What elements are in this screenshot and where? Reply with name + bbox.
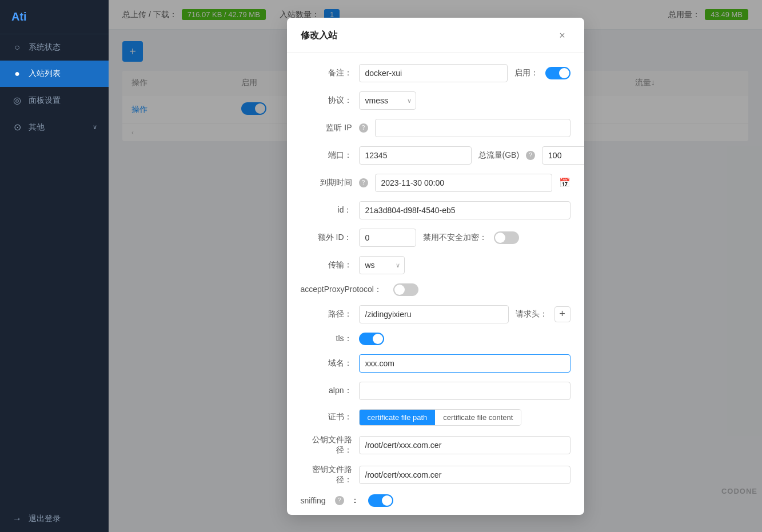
dialog-body: 备注： 启用： 协议： vmess vless trojan	[287, 53, 584, 515]
id-row: id：	[301, 201, 570, 219]
calendar-icon[interactable]: 📅	[559, 177, 570, 188]
modify-inbound-dialog: 修改入站 × 备注： 启用： 协议： vmess v	[287, 18, 584, 515]
privkey-row: 密钥文件路径：	[301, 465, 570, 485]
modal-overlay: 修改入站 × 备注： 启用： 协议： vmess v	[109, 0, 762, 532]
path-label: 路径：	[301, 309, 352, 319]
inbound-list-icon: ●	[11, 69, 23, 79]
chevron-down-icon: ∨	[93, 123, 97, 131]
accept-proxy-label: acceptProxyProtocol：	[301, 285, 382, 295]
remark-input[interactable]	[359, 64, 508, 82]
sidebar-item-logout[interactable]: → 退出登录	[0, 506, 109, 532]
total-traffic-help-icon[interactable]: ?	[526, 151, 535, 160]
sidebar-item-label: 退出登录	[29, 514, 61, 524]
alpn-input[interactable]	[359, 382, 570, 400]
protocol-row: 协议： vmess vless trojan	[301, 91, 570, 110]
remark-row: 备注： 启用：	[301, 64, 570, 82]
sidebar-item-panel-settings[interactable]: ◎ 面板设置	[0, 87, 109, 114]
sniffing-row: sniffing ? ：	[301, 494, 570, 507]
disable-insecure-toggle[interactable]	[494, 231, 519, 244]
pubkey-row: 公钥文件路径：	[301, 435, 570, 455]
port-traffic-row: 端口： 总流量(GB) ?	[301, 146, 570, 165]
disable-insecure-label: 禁用不安全加密：	[423, 233, 487, 243]
domain-row: 域名：	[301, 354, 570, 373]
cert-tab-path[interactable]: certificate file path	[360, 410, 436, 425]
privkey-input[interactable]	[359, 466, 570, 484]
listen-ip-label: 监听 IP	[301, 123, 352, 133]
expire-input[interactable]	[375, 174, 552, 192]
sidebar: Ati ○ 系统状态 ● 入站列表 ◎ 面板设置 ⊙ 其他 ∨ → 退出登录	[0, 0, 109, 532]
accept-proxy-toggle[interactable]	[393, 283, 418, 296]
listen-ip-input[interactable]	[375, 119, 570, 137]
path-row: 路径： 请求头： +	[301, 305, 570, 323]
expire-row: 到期时间 ? 📅	[301, 174, 570, 192]
cert-tab-content[interactable]: certificate file content	[435, 410, 521, 425]
transport-row: 传输： ws tcp kcp	[301, 256, 570, 274]
protocol-label: 协议：	[301, 95, 352, 106]
tls-toggle[interactable]	[359, 333, 384, 345]
total-traffic-label: 总流量(GB)	[478, 150, 520, 161]
extra-id-input[interactable]	[359, 229, 416, 247]
protocol-select-wrapper: vmess vless trojan	[359, 91, 416, 110]
enable-toggle[interactable]	[545, 67, 570, 79]
cert-tabs: certificate file path certificate file c…	[359, 409, 522, 426]
accept-proxy-row: acceptProxyProtocol：	[301, 283, 570, 296]
total-traffic-input[interactable]	[542, 146, 584, 165]
watermark: CODONE	[717, 485, 762, 498]
listen-ip-row: 监听 IP ?	[301, 119, 570, 137]
path-input[interactable]	[359, 305, 509, 323]
dialog-close-button[interactable]: ×	[554, 28, 570, 44]
sniffing-label: sniffing	[301, 496, 326, 505]
cert-label: 证书：	[301, 412, 352, 422]
system-status-icon: ○	[11, 42, 23, 53]
pubkey-label: 公钥文件路径：	[301, 435, 352, 455]
enable-label: 启用：	[514, 68, 538, 78]
domain-label: 域名：	[301, 358, 352, 369]
main-content: 总上传 / 下载： 716.07 KB / 42.79 MB 入站数量： 1 总…	[109, 0, 762, 532]
sniffing-help-icon[interactable]: ?	[335, 496, 344, 505]
logout-icon: →	[11, 514, 23, 524]
port-input[interactable]	[359, 146, 472, 165]
sidebar-item-system-status[interactable]: ○ 系统状态	[0, 34, 109, 61]
sidebar-item-label: 其他	[29, 122, 45, 133]
dialog-header: 修改入站 ×	[287, 18, 584, 53]
expire-label: 到期时间	[301, 178, 352, 188]
panel-settings-icon: ◎	[11, 95, 23, 106]
privkey-label: 密钥文件路径：	[301, 465, 352, 485]
cert-row: 证书： certificate file path certificate fi…	[301, 409, 570, 426]
domain-input[interactable]	[359, 354, 570, 373]
alpn-label: alpn：	[301, 386, 352, 396]
transport-select[interactable]: ws tcp kcp	[359, 256, 405, 274]
dialog-title: 修改入站	[301, 30, 337, 42]
tls-label: tls：	[301, 334, 352, 344]
other-icon: ⊙	[11, 122, 23, 133]
pubkey-input[interactable]	[359, 436, 570, 454]
sidebar-item-other[interactable]: ⊙ 其他 ∨	[0, 114, 109, 141]
tls-row: tls：	[301, 333, 570, 345]
listen-ip-help-icon[interactable]: ?	[359, 123, 368, 133]
id-label: id：	[301, 205, 352, 215]
sidebar-item-label: 面板设置	[29, 95, 61, 106]
transport-label: 传输：	[301, 260, 352, 270]
transport-select-wrapper: ws tcp kcp	[359, 256, 405, 274]
protocol-select[interactable]: vmess vless trojan	[359, 91, 416, 110]
remark-label: 备注：	[301, 68, 352, 78]
sniffing-toggle[interactable]	[368, 494, 393, 507]
sidebar-item-inbound-list[interactable]: ● 入站列表	[0, 61, 109, 87]
request-header-label: 请求头：	[516, 309, 548, 319]
port-label: 端口：	[301, 150, 352, 161]
sidebar-item-label: 入站列表	[29, 69, 61, 79]
id-input[interactable]	[359, 201, 570, 219]
request-header-add-button[interactable]: +	[554, 306, 570, 322]
alpn-row: alpn：	[301, 382, 570, 400]
extra-id-row: 额外 ID： 禁用不安全加密：	[301, 229, 570, 247]
extra-id-label: 额外 ID：	[301, 233, 352, 243]
sidebar-item-label: 系统状态	[29, 42, 61, 53]
sidebar-logo: Ati	[0, 0, 109, 34]
expire-help-icon[interactable]: ?	[359, 178, 368, 187]
